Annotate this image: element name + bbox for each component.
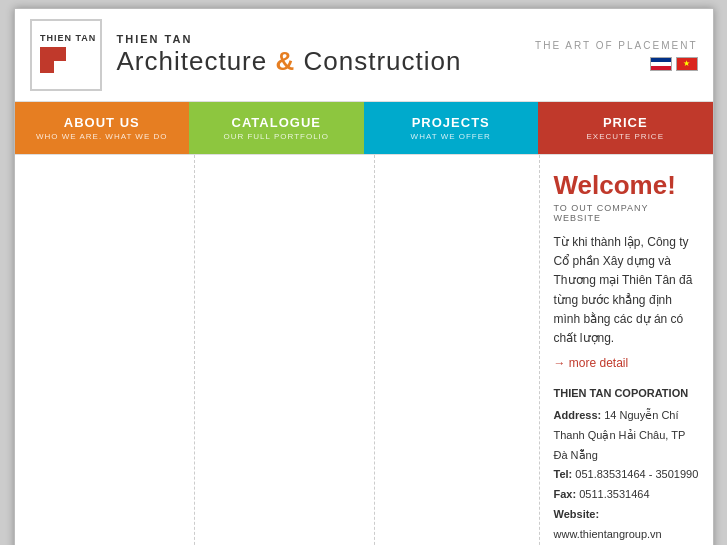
lang-flags (650, 57, 698, 71)
logo-inner: THIEN TAN (36, 25, 96, 85)
flag-english[interactable] (650, 57, 672, 71)
nav-price-sub: EXECUTE PRICE (587, 132, 664, 141)
company-website: Website: www.thientangroup.vn (554, 505, 699, 545)
website-value: www.thientangroup.vn (554, 528, 662, 540)
right-panel: Welcome! TO OUT COMPANY WEBSITE Từ khi t… (540, 155, 713, 545)
mid-panel (195, 155, 375, 545)
page-wrapper: THIEN TAN THIEN TAN Architecture & Const… (14, 8, 714, 545)
site-title-amp: & (275, 46, 295, 76)
logo: THIEN TAN (30, 19, 102, 91)
tel-value: 051.83531464 - 3501990 (575, 468, 698, 480)
nav-about[interactable]: ABOUT US WHO WE ARE. WHAT WE DO (15, 102, 190, 154)
tagline: THE ART OF PLACEMENT (535, 40, 697, 51)
site-title: Architecture & Construction (117, 46, 462, 77)
nav-catalogue-label: CATALOGUE (232, 115, 321, 130)
site-title-part1: Architecture (117, 46, 276, 76)
website-label: Website: (554, 508, 600, 520)
nav-projects-sub: WHAT WE OFFER (411, 132, 491, 141)
header: THIEN TAN THIEN TAN Architecture & Const… (15, 9, 713, 102)
fax-label: Fax: (554, 488, 577, 500)
welcome-text: Từ khi thành lập, Công ty Cổ phần Xây dự… (554, 233, 699, 348)
nav-about-sub: WHO WE ARE. WHAT WE DO (36, 132, 167, 141)
tel-label: Tel: (554, 468, 573, 480)
site-title-part2: Construction (295, 46, 461, 76)
nav-price[interactable]: PRICE EXECUTE PRICE (538, 102, 713, 154)
nav-catalogue[interactable]: CATALOGUE OUR FULL PORTFOLIO (189, 102, 364, 154)
logo-svg: THIEN TAN (36, 25, 96, 85)
nav-projects[interactable]: PROJECTS WHAT WE OFFER (364, 102, 539, 154)
welcome-subtitle: TO OUT COMPANY WEBSITE (554, 203, 699, 223)
nav-price-label: PRICE (603, 115, 648, 130)
flag-vietnamese[interactable] (676, 57, 698, 71)
company-name: THIEN TAN COPORATION (554, 384, 699, 404)
navigation: ABOUT US WHO WE ARE. WHAT WE DO CATALOGU… (15, 102, 713, 154)
company-tel: Tel: 051.83531464 - 3501990 (554, 465, 699, 485)
welcome-title: Welcome! (554, 170, 699, 201)
svg-rect-2 (54, 61, 66, 73)
logo-text-block: THIEN TAN Architecture & Construction (117, 33, 462, 77)
company-fax: Fax: 0511.3531464 (554, 485, 699, 505)
address-label: Address: (554, 409, 602, 421)
fax-value: 0511.3531464 (579, 488, 649, 500)
more-detail-link[interactable]: → more detail (554, 356, 699, 370)
logo-brand: THIEN TAN (117, 33, 462, 46)
left-panel (15, 155, 195, 545)
svg-text:THIEN TAN: THIEN TAN (40, 33, 96, 43)
nav-projects-label: PROJECTS (412, 115, 490, 130)
mid-panel2 (375, 155, 540, 545)
nav-catalogue-sub: OUR FULL PORTFOLIO (223, 132, 329, 141)
main-content: Welcome! TO OUT COMPANY WEBSITE Từ khi t… (15, 154, 713, 545)
nav-about-label: ABOUT US (64, 115, 140, 130)
company-info: THIEN TAN COPORATION Address: 14 Nguyễn … (554, 384, 699, 544)
company-address: Address: 14 Nguyễn Chí Thanh Quận Hải Ch… (554, 406, 699, 465)
header-right: THE ART OF PLACEMENT (535, 40, 697, 71)
